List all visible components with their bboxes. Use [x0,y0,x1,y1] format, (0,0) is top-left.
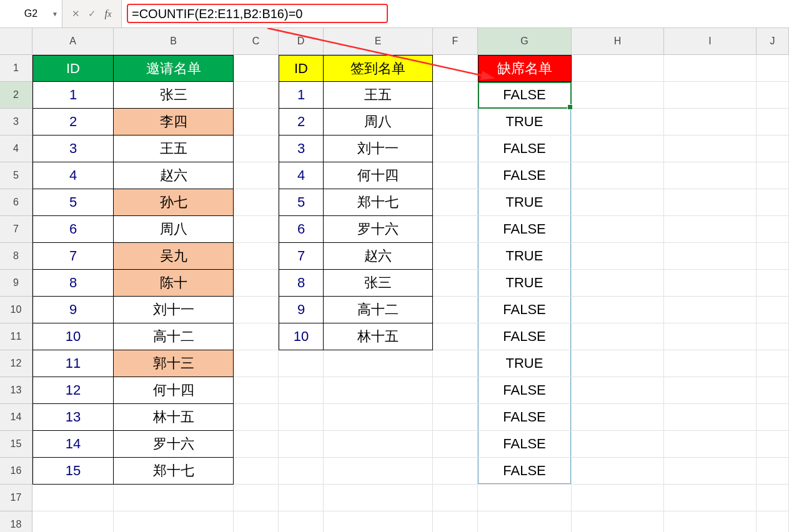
row-header-13[interactable]: 13 [0,377,32,404]
row-header-10[interactable]: 10 [0,297,32,323]
col-header-H[interactable]: H [572,28,664,55]
invited-id[interactable]: 3 [32,135,114,162]
cell-I6[interactable] [664,189,757,216]
absent-value[interactable]: FALSE [478,162,572,189]
cell-H11[interactable] [572,323,664,350]
cell-C6[interactable] [234,189,279,216]
signed-id[interactable]: 6 [279,216,324,243]
col-header-I[interactable]: I [664,28,757,55]
absent-value[interactable]: FALSE [478,82,572,109]
signed-header-id[interactable]: ID [279,55,324,82]
cell-I2[interactable] [664,82,757,109]
row-header-7[interactable]: 7 [0,216,32,243]
invited-id[interactable]: 13 [32,404,114,431]
invited-id[interactable]: 9 [32,297,114,323]
row-header-9[interactable]: 9 [0,270,32,297]
signed-id[interactable]: 10 [279,323,324,350]
absent-value[interactable]: FALSE [478,297,572,323]
signed-name[interactable]: 周八 [324,109,433,135]
invited-id[interactable]: 4 [32,162,114,189]
cell-H2[interactable] [572,82,664,109]
cell-I16[interactable] [664,458,757,485]
cell-J7[interactable] [757,216,789,243]
absent-value[interactable]: TRUE [478,270,572,297]
cell-C10[interactable] [234,297,279,323]
cell-H12[interactable] [572,350,664,377]
cell-J8[interactable] [757,243,789,270]
cell-F8[interactable] [433,243,478,270]
col-header-A[interactable]: A [32,28,114,55]
cell-E14[interactable] [324,404,433,431]
cell-E12[interactable] [324,350,433,377]
signed-name[interactable]: 王五 [324,82,433,109]
signed-id[interactable]: 8 [279,270,324,297]
row-header-17[interactable]: 17 [0,485,32,511]
cell-H5[interactable] [572,162,664,189]
signed-id[interactable]: 4 [279,162,324,189]
signed-id[interactable]: 3 [279,135,324,162]
cell-F14[interactable] [433,404,478,431]
invited-id[interactable]: 12 [32,377,114,404]
enter-icon[interactable]: ✓ [84,0,100,27]
cell-C9[interactable] [234,270,279,297]
cell-I12[interactable] [664,350,757,377]
absent-value[interactable]: FALSE [478,377,572,404]
signed-name[interactable]: 林十五 [324,323,433,350]
invited-id[interactable]: 2 [32,109,114,135]
cell-C14[interactable] [234,404,279,431]
cell-F16[interactable] [433,458,478,485]
cell-D13[interactable] [279,377,324,404]
row-header-2[interactable]: 2 [0,82,32,109]
cell-C12[interactable] [234,350,279,377]
cell-C13[interactable] [234,377,279,404]
cell-H15[interactable] [572,431,664,458]
cell-J13[interactable] [757,377,789,404]
row-header-14[interactable]: 14 [0,404,32,431]
absent-value[interactable]: FALSE [478,216,572,243]
cell-C15[interactable] [234,431,279,458]
signed-id[interactable]: 2 [279,109,324,135]
cell-G18[interactable] [478,511,572,532]
cell-J17[interactable] [757,485,789,511]
absent-value[interactable]: FALSE [478,404,572,431]
cell-B17[interactable] [114,485,234,511]
cell-J11[interactable] [757,323,789,350]
cell-F18[interactable] [433,511,478,532]
cell-J15[interactable] [757,431,789,458]
cell-F5[interactable] [433,162,478,189]
cell-E16[interactable] [324,458,433,485]
cancel-icon[interactable]: ✕ [67,0,84,27]
cell-J18[interactable] [757,511,789,532]
invited-name[interactable]: 高十二 [114,323,234,350]
cell-B18[interactable] [114,511,234,532]
cell-C8[interactable] [234,243,279,270]
cell-J9[interactable] [757,270,789,297]
cell-H16[interactable] [572,458,664,485]
cell-I4[interactable] [664,135,757,162]
fx-icon[interactable]: fx [100,0,116,27]
cell-I15[interactable] [664,431,757,458]
absent-value[interactable]: FALSE [478,323,572,350]
invited-name[interactable]: 刘十一 [114,297,234,323]
cell-J4[interactable] [757,135,789,162]
row-header-8[interactable]: 8 [0,243,32,270]
cell-F11[interactable] [433,323,478,350]
invited-id[interactable]: 5 [32,189,114,216]
signed-id[interactable]: 7 [279,243,324,270]
invited-id[interactable]: 6 [32,216,114,243]
cell-C11[interactable] [234,323,279,350]
col-header-C[interactable]: C [234,28,279,55]
cell-J14[interactable] [757,404,789,431]
row-header-3[interactable]: 3 [0,109,32,135]
invited-name[interactable]: 李四 [114,109,234,135]
col-header-F[interactable]: F [433,28,478,55]
dropdown-icon[interactable]: ▼ [52,11,58,17]
cell-J10[interactable] [757,297,789,323]
invited-id[interactable]: 14 [32,431,114,458]
cell-C7[interactable] [234,216,279,243]
invited-id[interactable]: 1 [32,82,114,109]
row-header-4[interactable]: 4 [0,135,32,162]
cell-D16[interactable] [279,458,324,485]
cell-H10[interactable] [572,297,664,323]
row-header-12[interactable]: 12 [0,350,32,377]
